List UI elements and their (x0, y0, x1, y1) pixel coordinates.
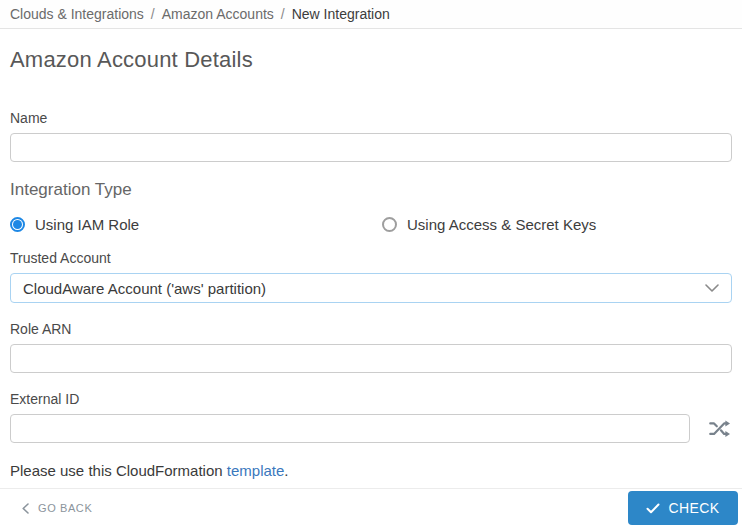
trusted-account-select[interactable]: CloudAware Account ('aws' partition) (10, 273, 732, 303)
generate-external-id-button[interactable] (707, 417, 732, 440)
note-text: Please use this CloudFormation (10, 462, 227, 479)
cloudformation-template-link[interactable]: template (227, 462, 285, 479)
go-back-button[interactable]: GO BACK (22, 502, 92, 514)
chevron-down-icon (705, 284, 719, 292)
breadcrumb-clouds-integrations[interactable]: Clouds & Integrations (10, 6, 144, 22)
integration-type-heading: Integration Type (10, 180, 732, 200)
go-back-label: GO BACK (38, 502, 92, 514)
name-label: Name (10, 110, 732, 126)
trusted-account-label: Trusted Account (10, 250, 732, 266)
footer-bar: GO BACK CHECK (0, 488, 742, 531)
note-period: . (284, 462, 288, 479)
breadcrumb-separator: / (151, 6, 155, 22)
page-title: Amazon Account Details (10, 47, 732, 73)
radio-using-iam-role[interactable]: Using IAM Role (10, 216, 382, 233)
shuffle-icon (709, 419, 730, 438)
external-id-label: External ID (10, 391, 732, 407)
radio-selected-icon (10, 217, 25, 232)
role-arn-input[interactable] (10, 344, 732, 373)
radio-using-access-secret-keys[interactable]: Using Access & Secret Keys (382, 216, 596, 233)
external-id-row (10, 407, 732, 443)
radio-unselected-icon (382, 217, 397, 232)
main-content: Amazon Account Details Name Integration … (0, 47, 742, 479)
radio-label: Using Access & Secret Keys (407, 216, 596, 233)
breadcrumb-new-integration: New Integration (292, 6, 390, 22)
breadcrumb-amazon-accounts[interactable]: Amazon Accounts (162, 6, 274, 22)
radio-label: Using IAM Role (35, 216, 139, 233)
breadcrumb: Clouds & Integrations / Amazon Accounts … (0, 0, 742, 29)
check-button-label: CHECK (668, 500, 719, 516)
trusted-account-selected-value: CloudAware Account ('aws' partition) (23, 280, 266, 297)
external-id-input[interactable] (10, 414, 690, 443)
chevron-left-icon (22, 503, 29, 514)
role-arn-label: Role ARN (10, 321, 732, 337)
name-input[interactable] (10, 133, 732, 162)
check-button[interactable]: CHECK (628, 491, 738, 525)
checkmark-icon (646, 503, 660, 514)
cloudformation-note: Please use this CloudFormation template. (10, 462, 732, 479)
integration-type-options: Using IAM Role Using Access & Secret Key… (10, 216, 732, 233)
breadcrumb-separator: / (281, 6, 285, 22)
